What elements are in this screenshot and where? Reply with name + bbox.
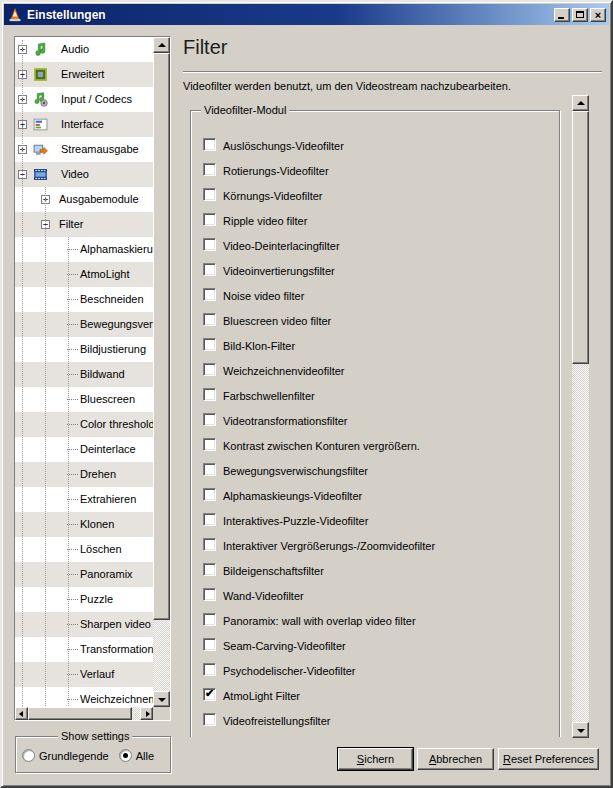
filter-checkbox-label[interactable]: Panoramix: wall with overlap video filte… bbox=[223, 615, 416, 627]
filter-checkbox-label[interactable]: AtmoLight Filter bbox=[223, 690, 300, 702]
filter-checkbox[interactable] bbox=[203, 488, 216, 501]
tree-item-bildwand[interactable]: Bildwand bbox=[15, 362, 153, 387]
filter-checkbox-label[interactable]: Bewegungsverwischungsfilter bbox=[223, 465, 368, 477]
filter-checkbox[interactable] bbox=[203, 238, 216, 251]
tree-item-sharpen-video[interactable]: Sharpen video bbox=[15, 612, 153, 637]
tree-item-klonen[interactable]: Klonen bbox=[15, 512, 153, 537]
tree-item-weichzeichnen[interactable]: Weichzeichnen bbox=[15, 687, 153, 707]
filter-checkbox[interactable] bbox=[203, 213, 216, 226]
tree-item-input-codecs[interactable]: +Input / Codecs bbox=[15, 87, 153, 112]
close-button[interactable]: × bbox=[590, 8, 606, 22]
tree-scroll-down-button[interactable] bbox=[153, 691, 170, 707]
tree-item-audio[interactable]: +Audio bbox=[15, 37, 153, 62]
tree-hscroll-thumb[interactable] bbox=[28, 707, 132, 720]
filter-checkbox-label[interactable]: Körnungs-Videofilter bbox=[223, 190, 322, 202]
tree-item-interface[interactable]: +Interface bbox=[15, 112, 153, 137]
filter-checkbox-label[interactable]: Kontrast zwischen Konturen vergrößern. bbox=[223, 440, 420, 452]
filter-checkbox-label[interactable]: Videoinvertierungsfilter bbox=[223, 265, 335, 277]
tree-item-color-threshold[interactable]: Color threshold bbox=[15, 412, 153, 437]
tree-item-ausgabemodule[interactable]: +Ausgabemodule bbox=[15, 187, 153, 212]
filter-checkbox[interactable] bbox=[203, 638, 216, 651]
tree-item-bildjustierung[interactable]: Bildjustierung bbox=[15, 337, 153, 362]
filter-checkbox-label[interactable]: Video-Deinterlacingfilter bbox=[223, 240, 340, 252]
tree-scroll-right-button[interactable] bbox=[140, 707, 153, 720]
filter-checkbox-label[interactable]: Interaktiver Vergrößerungs-/Zoomvideofil… bbox=[223, 540, 435, 552]
arrow-up-icon bbox=[158, 43, 166, 47]
tree-item-atmolight[interactable]: AtmoLight bbox=[15, 262, 153, 287]
filter-checkbox-label[interactable]: Bildeigenschaftsfilter bbox=[223, 565, 324, 577]
filter-checkbox[interactable] bbox=[203, 713, 216, 726]
filter-checkbox[interactable] bbox=[203, 513, 216, 526]
filter-checkbox-label[interactable]: Bild-Klon-Filter bbox=[223, 340, 295, 352]
main-scroll-thumb[interactable] bbox=[572, 111, 589, 364]
filter-checkbox-label[interactable]: Noise video filter bbox=[223, 290, 304, 302]
tree-item-beschneiden[interactable]: Beschneiden bbox=[15, 287, 153, 312]
filter-checkbox[interactable]: ✔ bbox=[203, 688, 216, 701]
tree-item-streamausgabe[interactable]: +Streamausgabe bbox=[15, 137, 153, 162]
filter-checkbox[interactable] bbox=[203, 413, 216, 426]
filter-checkbox[interactable] bbox=[203, 188, 216, 201]
tree-item-panoramix[interactable]: Panoramix bbox=[15, 562, 153, 587]
radio-grundlegende-label[interactable]: Grundlegende bbox=[39, 750, 109, 762]
filter-checkbox[interactable] bbox=[203, 588, 216, 601]
reset-preferences-button[interactable]: Reset Preferences bbox=[498, 748, 599, 770]
filter-checkbox-label[interactable]: Wand-Videofilter bbox=[223, 590, 304, 602]
filter-checkbox[interactable] bbox=[203, 163, 216, 176]
filter-checkbox[interactable] bbox=[203, 338, 216, 351]
tree-item-alphamaskierung[interactable]: Alphamaskierung bbox=[15, 237, 153, 262]
main-scroll-up-button[interactable] bbox=[572, 95, 589, 111]
filter-checkbox-label[interactable]: Interaktives-Puzzle-Videofilter bbox=[223, 515, 368, 527]
videofilter-modul-groupbox: Videofilter-Modul Auslöschungs-Videofilt… bbox=[190, 110, 560, 737]
filter-row: Ripple video filter bbox=[191, 208, 559, 233]
minimize-button[interactable] bbox=[554, 8, 570, 22]
tree-item-video[interactable]: −Video bbox=[15, 162, 153, 187]
tree-scroll-up-button[interactable] bbox=[153, 37, 170, 53]
tree-item-puzzle[interactable]: Puzzle bbox=[15, 587, 153, 612]
tree-item-bluescreen[interactable]: Bluescreen bbox=[15, 387, 153, 412]
save-button[interactable]: Sichern bbox=[338, 748, 413, 770]
filter-checkbox[interactable] bbox=[203, 263, 216, 276]
filter-checkbox[interactable] bbox=[203, 538, 216, 551]
filter-checkbox[interactable] bbox=[203, 563, 216, 576]
tree-scroll-left-button[interactable] bbox=[15, 707, 28, 720]
filter-checkbox[interactable] bbox=[203, 363, 216, 376]
filter-checkbox[interactable] bbox=[203, 438, 216, 451]
titlebar[interactable]: Einstellungen × bbox=[4, 4, 609, 25]
tree-item-verlauf[interactable]: Verlauf bbox=[15, 662, 153, 687]
filter-checkbox[interactable] bbox=[203, 663, 216, 676]
radio-alle[interactable] bbox=[119, 749, 132, 762]
filter-checkbox-label[interactable]: Ripple video filter bbox=[223, 215, 307, 227]
tree-item-label: Sharpen video bbox=[80, 618, 151, 630]
radio-grundlegende[interactable] bbox=[22, 749, 35, 762]
filter-checkbox-label[interactable]: Weichzeichnenvideofilter bbox=[223, 365, 344, 377]
filter-checkbox[interactable] bbox=[203, 388, 216, 401]
maximize-button[interactable] bbox=[572, 8, 588, 22]
filter-checkbox[interactable] bbox=[203, 138, 216, 151]
tree-scroll-thumb[interactable] bbox=[153, 53, 170, 620]
filter-checkbox[interactable] bbox=[203, 288, 216, 301]
tree-item-drehen[interactable]: Drehen bbox=[15, 462, 153, 487]
filter-checkbox-label[interactable]: Seam-Carving-Videofilter bbox=[223, 640, 346, 652]
filter-row: Videoinvertierungsfilter bbox=[191, 258, 559, 283]
filter-checkbox-label[interactable]: Rotierungs-Videofilter bbox=[223, 165, 329, 177]
filter-checkbox-label[interactable]: Videotransformationsfilter bbox=[223, 415, 348, 427]
filter-checkbox-label[interactable]: Psychodelischer-Videofilter bbox=[223, 665, 355, 677]
filter-checkbox-label[interactable]: Alphamaskieungs-Videofilter bbox=[223, 490, 362, 502]
filter-checkbox[interactable] bbox=[203, 313, 216, 326]
tree-item-transformation[interactable]: Transformation bbox=[15, 637, 153, 662]
tree-item-deinterlace[interactable]: Deinterlace bbox=[15, 437, 153, 462]
tree-item-bewegungsverwischung[interactable]: Bewegungsverwischung bbox=[15, 312, 153, 337]
tree-item-erweitert[interactable]: +Erweitert bbox=[15, 62, 153, 87]
filter-checkbox-label[interactable]: Farbschwellenfilter bbox=[223, 390, 315, 402]
radio-alle-label[interactable]: Alle bbox=[136, 750, 154, 762]
cancel-button[interactable]: Abbrechen bbox=[417, 748, 494, 770]
filter-checkbox-label[interactable]: Bluescreen video filter bbox=[223, 315, 331, 327]
filter-checkbox-label[interactable]: Videofreistellungsfilter bbox=[223, 715, 330, 727]
filter-checkbox-label[interactable]: Auslöschungs-Videofilter bbox=[223, 140, 344, 152]
main-scroll-down-button[interactable] bbox=[572, 722, 589, 738]
tree-item-filter[interactable]: −Filter bbox=[15, 212, 153, 237]
tree-item-extrahieren[interactable]: Extrahieren bbox=[15, 487, 153, 512]
filter-checkbox[interactable] bbox=[203, 463, 216, 476]
tree-item-l-schen[interactable]: Löschen bbox=[15, 537, 153, 562]
filter-checkbox[interactable] bbox=[203, 613, 216, 626]
